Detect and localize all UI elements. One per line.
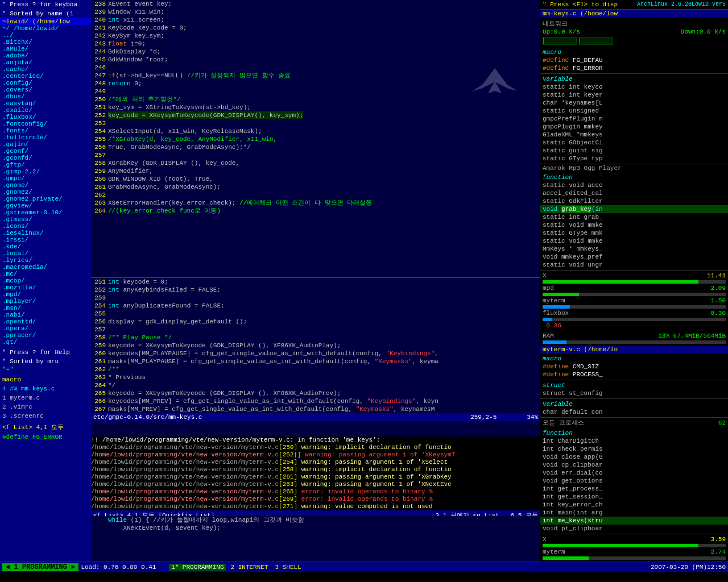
sidebar-item[interactable]: .fontconfig/	[0, 120, 91, 127]
sidebar-item[interactable]: .fluxbox/	[0, 114, 91, 120]
proc2-x-row: X 3.59	[543, 535, 726, 543]
sidebar-item[interactable]: .gstreamer-0.10/	[0, 209, 91, 216]
sidebar-item[interactable]: .centericq/	[0, 73, 91, 80]
quickfix-line: /home/lowid/programming/vte/new-version/…	[91, 466, 540, 473]
sidebar-item[interactable]: .mozilla/	[0, 284, 91, 291]
code-line: 261 masks[MM_PLAYPAUSE] = cfg_get_single…	[91, 357, 540, 365]
sidebar-item[interactable]: .ies4linux/	[0, 230, 91, 236]
function-item: int main(int arg	[540, 509, 728, 517]
sidebar-item[interactable]: .mpd/	[0, 291, 91, 298]
line-number: 252	[91, 286, 108, 294]
sidebar-item[interactable]: .macromedia/	[0, 264, 91, 271]
sidebar-item[interactable]: .kde/	[0, 243, 91, 250]
code-line: 243 float i=0;	[91, 40, 540, 48]
function-item: int check_permis	[540, 445, 728, 453]
proc-myterm-row: myterm 1.50	[543, 297, 726, 305]
line-number: 265	[91, 389, 108, 397]
sidebar-item[interactable]: .gtmess/	[0, 216, 91, 223]
sidebar-item[interactable]: .config/	[0, 80, 91, 86]
sidebar-item[interactable]: .gconfd/	[0, 155, 91, 161]
struct-item: struct st_config	[540, 389, 728, 397]
proc-myterm-bar-fill	[543, 305, 570, 309]
line-content: return 0;	[108, 80, 142, 88]
sidebar-item[interactable]: .irssi/	[0, 236, 91, 243]
workspace-3[interactable]: 3 SHELL	[273, 564, 304, 571]
sidebar-item[interactable]: .gajim/	[0, 141, 91, 148]
sidebar-buflist-header: macro 4 #% mm-keys.c 1 myterm.c 2 .vimrc…	[0, 375, 91, 421]
sidebar-item[interactable]: .gnome/	[0, 182, 91, 189]
sidebar-item[interactable]: .adobe/	[0, 52, 91, 59]
right-top-bar: " Press <F1> to disp ArchLinux 2.6.20Low…	[540, 0, 728, 10]
code-line: 252 key_code = XKeysymToKeycode(GDK_DISP…	[91, 111, 540, 119]
code-line: 239 Window x11_win;	[91, 8, 540, 16]
tag-programming[interactable]: ◄ 1 PROGRAMMING ►	[2, 563, 78, 571]
right-arch-version: ArchLinux 2.6.20LowID_ver6	[637, 1, 726, 8]
sidebar-item[interactable]: .icons/	[0, 223, 91, 230]
sidebar-item[interactable]: .gmpc/	[0, 175, 91, 182]
processes-count: 62	[718, 419, 726, 427]
function-item: static void ungr	[540, 261, 728, 269]
right-press-f1: " Press <F1> to disp	[543, 1, 618, 8]
sidebar-item[interactable]: .exaile/	[0, 107, 91, 114]
sidebar-item[interactable]: .dbus/	[0, 93, 91, 100]
processes-title-section: 오든 프로세스 62	[540, 418, 728, 428]
sidebar-item[interactable]: .nabi/	[0, 311, 91, 318]
line-content: /*에외 처리 추가할것*/	[108, 95, 181, 103]
editor-bottom[interactable]: 251 int keycode = 0;252 int anyKeybindsF…	[91, 277, 540, 436]
proc-fluxbox-value: 0.30	[711, 309, 726, 317]
sidebar-item[interactable]: .lyrics/	[0, 257, 91, 264]
sidebar-item[interactable]: .opera/	[0, 325, 91, 332]
sidebar-item[interactable]: .easytag/	[0, 100, 91, 107]
code-line: 255	[91, 310, 540, 318]
line-number: 267	[91, 405, 108, 413]
sidebar-item[interactable]: .local/	[0, 250, 91, 257]
code-line: 257	[91, 151, 540, 159]
processes-label: 오든 프로세스	[543, 419, 584, 427]
function-item: static void acce	[540, 181, 728, 189]
editor-top[interactable]: 238 XEvent event_key;239 Window x11_win;…	[91, 0, 540, 277]
sidebar-item[interactable]: .gnome2/	[0, 189, 91, 196]
proc-mpd-bar-fill	[543, 293, 579, 296]
proc-mpd-label: mpd	[543, 284, 554, 292]
variable-item: static GType typ	[540, 155, 728, 163]
sidebar-item[interactable]: .gnome2_private/	[0, 196, 91, 202]
myterm-variable-section: variable char default_con	[540, 399, 728, 418]
process-section-2: X 3.59 myterm 2.74 myterm 1.66 fluxbox 1…	[540, 534, 728, 562]
sidebar-item[interactable]: .aMule/	[0, 45, 91, 52]
line-content: keycode = XKeysymToKeycode (GDK_DISPLAY …	[108, 389, 341, 397]
load-text: Load: 0.76 0.80 0.41	[81, 564, 156, 571]
code-line: 262	[91, 191, 540, 199]
workspace-1[interactable]: 1* PROGRAMMING	[169, 564, 226, 571]
amarok-title: Amarok Mp3 Ogg Player	[540, 164, 728, 172]
sidebar-item[interactable]: .BitchX/	[0, 39, 91, 45]
myterm-struct-title: struct	[540, 381, 728, 389]
sidebar-item[interactable]: .qt/	[0, 339, 91, 346]
sidebar-item[interactable]: .ppracer/	[0, 332, 91, 339]
line-content: XSelectInput(d, x11_win, KeyReleaseMask)…	[108, 127, 262, 135]
sidebar-path-home[interactable]: ~lowid/ (/home/low	[0, 18, 91, 25]
sidebar-item[interactable]: .anjuta/	[0, 59, 91, 66]
main-layout: " Press ? for keyboa " Sorted by name (1…	[0, 0, 728, 562]
sidebar-dotdot[interactable]: ../	[0, 32, 91, 39]
sidebar-item[interactable]: .mc/	[0, 271, 91, 277]
workspace-2[interactable]: 2 INTERNET	[228, 564, 270, 571]
sidebar-item[interactable]: .mcop/	[0, 277, 91, 284]
sidebar-item[interactable]: .mplayer/	[0, 298, 91, 305]
sidebar-item[interactable]: .cache/	[0, 66, 91, 73]
mm-keys-function-title: function	[540, 173, 728, 181]
sidebar-item[interactable]: .gimp-2.2/	[0, 168, 91, 175]
sidebar-item[interactable]: .fullcircle/	[0, 134, 91, 141]
sidebar-item[interactable]: .msn/	[0, 305, 91, 311]
sidebar-item[interactable]: .fonts/	[0, 127, 91, 134]
sidebar-item[interactable]: .gconf/	[0, 148, 91, 155]
sidebar-item[interactable]: .openttd/	[0, 318, 91, 325]
code-line: 252 int anyKeybindsFailed = FALSE;	[91, 286, 540, 294]
code-line: 251 key_sym = XStringToKeysym(st->bd_key…	[91, 103, 540, 111]
sidebar-item[interactable]: .gftp/	[0, 161, 91, 168]
line-number: 248	[91, 80, 108, 88]
sidebar-parent-path[interactable]: ~/ /home/lowid/	[0, 25, 91, 32]
sidebar-item[interactable]: .covers/	[0, 86, 91, 93]
sidebar-item[interactable]: .gqview/	[0, 202, 91, 209]
proc-fluxbox-bar-fill	[543, 318, 552, 321]
right-panel: " Press <F1> to disp ArchLinux 2.6.20Low…	[540, 0, 728, 562]
